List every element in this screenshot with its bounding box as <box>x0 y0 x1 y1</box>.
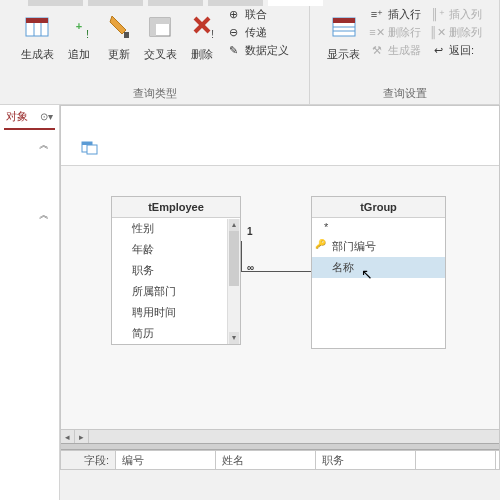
delete-row-icon: ≡✕ <box>370 26 384 40</box>
ribbon: 生成表 +! 追加 更新 交叉表 ! 删除 ⊕联合 ⊖传递 ✎数据定义 <box>0 0 500 105</box>
insert-col-button: ║⁺插入列 <box>427 6 486 23</box>
relationship-line <box>241 241 242 271</box>
field-row[interactable]: 职务 <box>112 260 240 281</box>
label: 传递 <box>245 25 267 40</box>
label: 交叉表 <box>144 47 177 62</box>
table-group[interactable]: tGroup * 部门编号 名称 <box>311 196 446 349</box>
svg-rect-6 <box>124 32 129 38</box>
data-definition-button[interactable]: ✎数据定义 <box>223 42 293 59</box>
label: 追加 <box>68 47 90 62</box>
grid-cell[interactable]: 编号 <box>116 451 216 469</box>
return-button[interactable]: ↩返回: <box>427 42 486 59</box>
label: 更新 <box>108 47 130 62</box>
design-canvas: tEmployee 性别 年龄 职务 所属部门 聘用时间 简历 ▴ ▾ tGro… <box>60 105 500 470</box>
field-row[interactable]: 聘用时间 <box>112 302 240 323</box>
label: 显示表 <box>327 47 360 62</box>
show-table-icon <box>329 9 359 45</box>
table-title: tGroup <box>312 197 445 218</box>
svg-rect-14 <box>333 18 355 23</box>
delete-col-icon: ║✕ <box>431 26 445 40</box>
label: 插入列 <box>449 7 482 22</box>
scroll-left-icon[interactable]: ◂ <box>61 430 75 443</box>
passthrough-button[interactable]: ⊖传递 <box>223 24 293 41</box>
label: 生成器 <box>388 43 421 58</box>
svg-text:!: ! <box>86 28 89 40</box>
splitter[interactable] <box>61 443 499 450</box>
group-label: 查询类型 <box>133 83 177 104</box>
update-icon <box>104 9 134 45</box>
delete-col-button: ║✕删除列 <box>427 24 486 41</box>
table-employee[interactable]: tEmployee 性别 年龄 职务 所属部门 聘用时间 简历 ▴ ▾ <box>111 196 241 345</box>
navigation-pane: 对象 ⊙▾ ︽ ︽ <box>0 105 60 500</box>
label: 返回: <box>449 43 474 58</box>
cardinality-one: 1 <box>247 226 253 237</box>
label: 删除列 <box>449 25 482 40</box>
tab[interactable] <box>148 0 203 6</box>
data-def-icon: ✎ <box>227 44 241 58</box>
svg-rect-18 <box>87 145 97 154</box>
union-button[interactable]: ⊕联合 <box>223 6 293 23</box>
group-label: 查询设置 <box>383 83 427 104</box>
show-table-button[interactable]: 显示表 <box>323 6 364 65</box>
grid-cell[interactable]: 职务 <box>316 451 416 469</box>
crosstab-button[interactable]: 交叉表 <box>140 6 181 65</box>
query-icon <box>81 141 99 155</box>
update-button[interactable]: 更新 <box>100 6 138 65</box>
scroll-right-icon[interactable]: ▸ <box>75 430 89 443</box>
horizontal-scrollbar[interactable]: ◂ ▸ <box>61 429 499 443</box>
label: 删除行 <box>388 25 421 40</box>
svg-rect-19 <box>82 142 92 145</box>
field-row[interactable]: 简历 <box>112 323 240 344</box>
nav-dropdown-icon[interactable]: ⊙▾ <box>40 111 53 122</box>
scrollbar[interactable]: ▴ ▾ <box>227 219 240 344</box>
label: 删除 <box>191 47 213 62</box>
svg-rect-9 <box>150 18 170 24</box>
insert-row-icon: ≡⁺ <box>370 8 384 22</box>
tab[interactable] <box>88 0 143 6</box>
relationship-canvas[interactable]: tEmployee 性别 年龄 职务 所属部门 聘用时间 简历 ▴ ▾ tGro… <box>61 166 499 469</box>
field-row[interactable]: 所属部门 <box>112 281 240 302</box>
insert-col-icon: ║⁺ <box>431 8 445 22</box>
section-collapse-icon[interactable]: ︽ <box>0 130 59 160</box>
crosstab-icon <box>145 9 175 45</box>
label: 插入行 <box>388 7 421 22</box>
field-row-selected[interactable]: 名称 <box>312 257 445 278</box>
cardinality-many: ∞ <box>247 262 254 273</box>
field-star[interactable]: * <box>312 218 445 236</box>
make-table-button[interactable]: 生成表 <box>17 6 58 65</box>
grid-row-header: 字段: <box>61 451 116 469</box>
passthrough-icon: ⊖ <box>227 26 241 40</box>
field-row[interactable]: 性别 <box>112 218 240 239</box>
tab[interactable] <box>208 0 263 6</box>
union-icon: ⊕ <box>227 8 241 22</box>
section-collapse-icon[interactable]: ︽ <box>0 200 59 230</box>
insert-row-button[interactable]: ≡⁺插入行 <box>366 6 425 23</box>
append-button[interactable]: +! 追加 <box>60 6 98 65</box>
scroll-up-icon[interactable]: ▴ <box>229 219 239 231</box>
scroll-down-icon[interactable]: ▾ <box>229 332 239 344</box>
tab-design[interactable] <box>268 0 323 6</box>
svg-rect-1 <box>26 18 48 23</box>
field-row[interactable]: 部门编号 <box>312 236 445 257</box>
svg-text:+: + <box>75 20 81 32</box>
return-icon: ↩ <box>431 44 445 58</box>
field-row[interactable]: 年龄 <box>112 239 240 260</box>
table-title: tEmployee <box>112 197 240 218</box>
ribbon-tabs <box>0 0 500 8</box>
grid-cell[interactable]: 姓名 <box>216 451 316 469</box>
label: 数据定义 <box>245 43 289 58</box>
nav-title: 对象 <box>6 109 28 124</box>
delete-row-button: ≡✕删除行 <box>366 24 425 41</box>
label: 联合 <box>245 7 267 22</box>
grid-cell[interactable] <box>416 451 496 469</box>
delete-icon: ! <box>187 9 217 45</box>
tab[interactable] <box>28 0 83 6</box>
scroll-thumb[interactable] <box>229 231 239 286</box>
label: 生成表 <box>21 47 54 62</box>
make-table-icon <box>22 9 52 45</box>
delete-button[interactable]: ! 删除 <box>183 6 221 65</box>
query-tab-bar <box>61 106 499 166</box>
builder-button: ⚒生成器 <box>366 42 425 59</box>
design-grid[interactable]: 字段: 编号 姓名 职务 <box>61 450 499 469</box>
builder-icon: ⚒ <box>370 44 384 58</box>
